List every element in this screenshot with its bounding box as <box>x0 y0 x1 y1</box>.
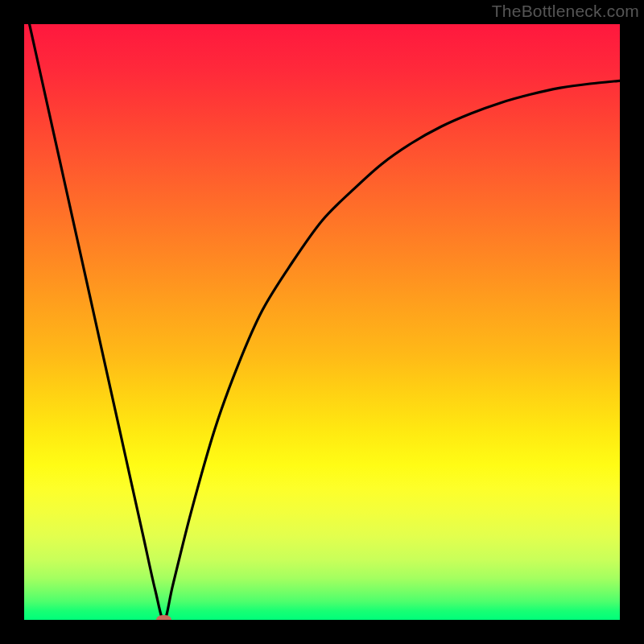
watermark-text: TheBottleneck.com <box>492 2 639 21</box>
plot-area <box>24 24 620 620</box>
curve-path <box>24 24 620 620</box>
curve-line <box>24 24 620 620</box>
optimum-marker <box>156 615 171 620</box>
chart-frame: TheBottleneck.com <box>0 0 644 644</box>
